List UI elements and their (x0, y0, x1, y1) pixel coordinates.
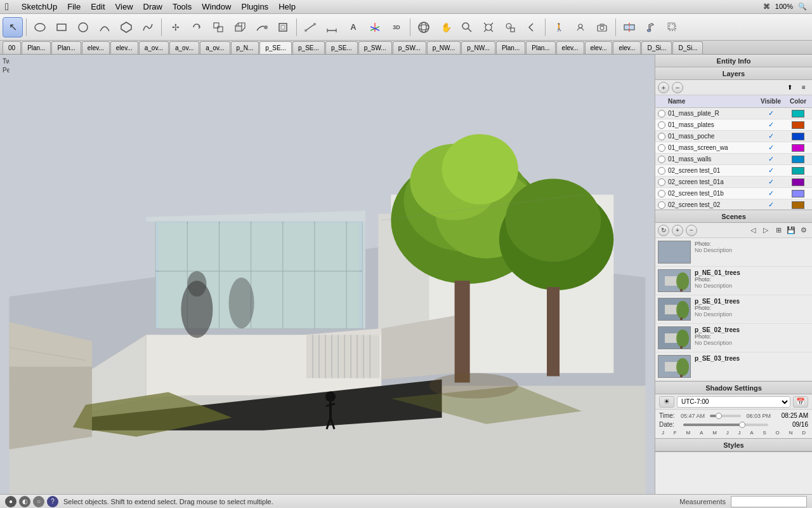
time-slider[interactable] (710, 415, 741, 417)
tape-tool-button[interactable] (300, 17, 320, 37)
layer-radio-4[interactable] (658, 156, 665, 163)
layer-row-0[interactable]: 01_mass_plate_R ✓ (655, 108, 812, 119)
move-scene-left-button[interactable]: ◁ (747, 225, 759, 236)
menu-sketchup[interactable]: SketchUp (22, 2, 57, 11)
scene-tab-18[interactable]: elev... (556, 41, 584, 54)
menu-window[interactable]: Window (202, 2, 231, 11)
layer-radio-8[interactable] (658, 201, 665, 209)
layer-radio-6[interactable] (658, 178, 665, 186)
scene-item-0[interactable]: p_NE_01_trees Photo: No Description (655, 267, 812, 295)
refresh-scenes-button[interactable]: ↻ (658, 225, 669, 236)
layer-color-5[interactable] (787, 167, 809, 175)
position-camera-button[interactable] (592, 17, 612, 37)
menu-file[interactable]: File (67, 2, 81, 11)
offset-tool-button[interactable] (273, 17, 293, 37)
scene-tab-2[interactable]: Plan... (51, 41, 81, 54)
scenes-options-button[interactable]: ⚙ (798, 225, 809, 236)
polygon-tool-button[interactable] (116, 17, 136, 37)
pan-tool-button[interactable]: ✋ (435, 17, 455, 37)
status-icon-2[interactable]: ◐ (19, 496, 30, 507)
layer-color-1[interactable] (787, 121, 809, 129)
select-tool-button[interactable]: ↖ (3, 17, 23, 37)
date-slider-thumb[interactable] (739, 422, 745, 428)
pushpull-tool-button[interactable] (230, 17, 250, 37)
scene-tab-3[interactable]: elev... (82, 41, 110, 54)
scene-tab-22[interactable]: D_Si... (672, 41, 703, 54)
scene-tab-21[interactable]: D_Si... (641, 41, 672, 54)
layer-visible-2[interactable]: ✓ (755, 132, 787, 140)
layer-row-4[interactable]: 01_mass_walls ✓ (655, 154, 812, 165)
followme-tool-button[interactable] (251, 17, 272, 37)
text-tool-button[interactable]: A (343, 17, 363, 37)
scene-tab-0[interactable]: 00 (3, 41, 21, 54)
menu-view[interactable]: View (115, 2, 133, 11)
layer-row-8[interactable]: 02_screen test_02 ✓ (655, 199, 812, 210)
layer-row-3[interactable]: 01_mass_screen_wa ✓ (655, 142, 812, 154)
freehand-tool-button[interactable] (138, 17, 158, 37)
layer-color-3[interactable] (787, 144, 809, 152)
apple-menu[interactable]:  (5, 1, 9, 13)
add-scene-button[interactable]: + (672, 225, 683, 236)
circle-tool-button[interactable] (73, 17, 93, 37)
date-slider[interactable] (683, 424, 768, 426)
layer-color-4[interactable] (787, 156, 809, 163)
layer-visible-1[interactable]: ✓ (755, 121, 787, 129)
layer-visible-8[interactable]: ✓ (755, 201, 787, 209)
scene-tab-14[interactable]: p_NW... (427, 41, 461, 54)
rectangle-tool-button[interactable] (51, 17, 72, 37)
scenes-view-toggle[interactable]: ⊞ (773, 225, 784, 236)
status-icon-help[interactable]: ? (47, 496, 58, 507)
shadow-on-off-button[interactable]: ☀ (659, 396, 674, 408)
layer-color-swatch-0[interactable] (792, 110, 804, 117)
layer-row-5[interactable]: 02_screen test_01 ✓ (655, 165, 812, 177)
scene-tab-12[interactable]: p_SW... (358, 41, 392, 54)
measurements-input[interactable] (731, 496, 807, 507)
3dtext-tool-button[interactable]: 3D (386, 17, 407, 37)
layer-color-8[interactable] (787, 201, 809, 209)
scene-tab-7[interactable]: a_ov... (200, 41, 230, 54)
menu-tools[interactable]: Tools (173, 2, 192, 11)
layer-visible-6[interactable]: ✓ (755, 178, 787, 186)
time-slider-thumb[interactable] (716, 413, 722, 419)
layer-color-2[interactable] (787, 133, 809, 140)
layer-color-7[interactable] (787, 190, 809, 197)
menu-draw[interactable]: Draw (143, 2, 162, 11)
scene-tab-17[interactable]: Plan... (526, 41, 555, 54)
scenes-save-button[interactable]: 💾 (785, 225, 797, 236)
zoom-window-button[interactable] (500, 17, 520, 37)
scene-tab-6[interactable]: a_ov... (169, 41, 199, 54)
delete-layer-button[interactable]: − (672, 82, 683, 93)
menu-help[interactable]: Help (278, 2, 296, 11)
layer-row-7[interactable]: 02_screen test_01b ✓ (655, 188, 812, 199)
scene-item-top[interactable]: Photo: No Description (655, 238, 812, 267)
scene-tab-1[interactable]: Plan... (22, 41, 51, 54)
dimension-tool-button[interactable] (322, 17, 342, 37)
move-scene-right-button[interactable]: ▷ (760, 225, 771, 236)
scene-tab-8[interactable]: p_N... (231, 41, 259, 54)
layer-radio-2[interactable] (658, 133, 665, 140)
scene-tab-4[interactable]: elev... (110, 41, 138, 54)
layer-radio-0[interactable] (658, 110, 665, 117)
timezone-select[interactable]: UTC-7:00 (677, 396, 790, 408)
scene-tab-9[interactable]: p_SE... (259, 41, 292, 54)
add-layer-button[interactable]: + (658, 82, 669, 93)
menu-edit[interactable]: Edit (91, 2, 105, 11)
rotate-tool-button[interactable] (187, 17, 207, 37)
3d-viewport[interactable]: Two Point Perspective (0, 55, 655, 494)
layer-row-6[interactable]: 02_screen test_01a ✓ (655, 177, 812, 188)
layer-color-swatch-7[interactable] (792, 190, 804, 197)
scene-tab-10[interactable]: p_SE... (292, 41, 325, 54)
layer-radio-3[interactable] (658, 144, 665, 152)
layer-color-6[interactable] (787, 178, 809, 186)
previous-view-button[interactable] (521, 17, 542, 37)
layer-color-0[interactable] (787, 110, 809, 117)
layer-color-swatch-1[interactable] (792, 121, 804, 129)
component-button[interactable] (662, 17, 683, 37)
look-around-button[interactable] (570, 17, 591, 37)
walk-tool-button[interactable]: 🚶 (549, 17, 569, 37)
scene-tab-13[interactable]: p_SW... (393, 41, 426, 54)
layer-color-swatch-2[interactable] (792, 133, 804, 140)
layers-sort-button[interactable]: ⬆ (784, 82, 796, 93)
layer-color-swatch-8[interactable] (792, 201, 804, 209)
layer-color-swatch-6[interactable] (792, 178, 804, 186)
